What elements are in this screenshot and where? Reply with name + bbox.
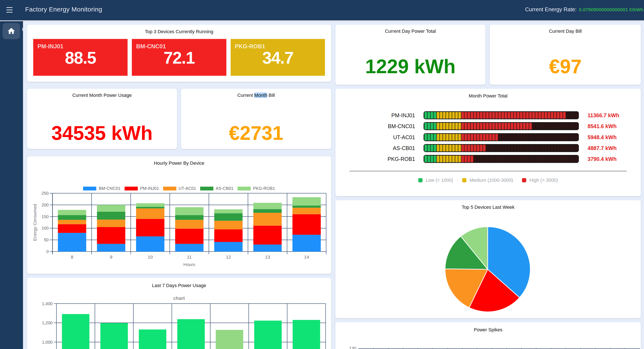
svg-text:Energy Consumed: Energy Consumed: [32, 204, 37, 241]
svg-text:150: 150: [42, 214, 48, 219]
svg-text:14: 14: [304, 255, 309, 259]
svg-text:12: 12: [226, 255, 231, 259]
svg-text:130: 130: [349, 346, 356, 349]
svg-text:1,000: 1,000: [42, 340, 52, 345]
svg-text:1,400: 1,400: [42, 301, 52, 306]
svg-text:250: 250: [42, 191, 48, 196]
svg-text:1,200: 1,200: [42, 321, 52, 325]
svg-text:8: 8: [71, 255, 73, 259]
svg-text:Hours: Hours: [183, 262, 195, 267]
svg-text:0: 0: [46, 249, 48, 254]
svg-text:11: 11: [187, 255, 192, 259]
svg-text:200: 200: [42, 203, 48, 207]
svg-text:13: 13: [265, 255, 270, 259]
svg-text:10: 10: [148, 255, 153, 259]
svg-text:50: 50: [44, 238, 48, 242]
svg-text:100: 100: [42, 226, 48, 231]
svg-text:9: 9: [110, 255, 112, 259]
